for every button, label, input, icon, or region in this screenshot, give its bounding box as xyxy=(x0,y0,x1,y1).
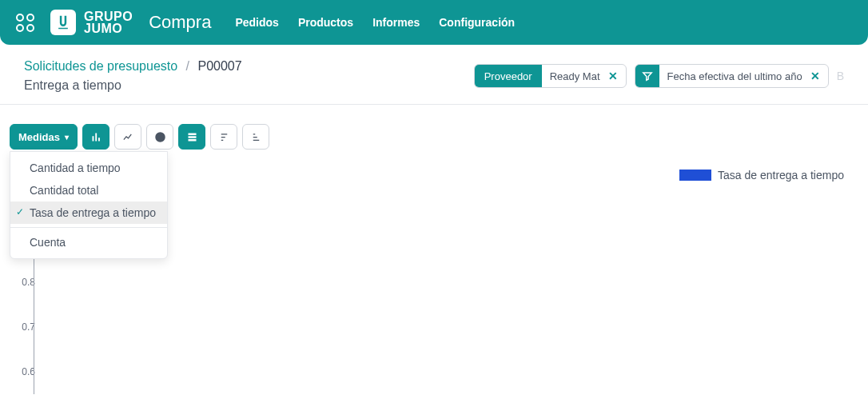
brand-logo[interactable]: GRUPO JUMO xyxy=(50,10,133,35)
bar-chart-button[interactable] xyxy=(82,124,109,150)
measure-option-tasa-entrega[interactable]: Tasa de entrega a tiempo xyxy=(10,202,167,224)
close-icon[interactable]: ✕ xyxy=(810,70,828,82)
logo-badge xyxy=(50,10,76,35)
legend-label: Tasa de entrega a tiempo xyxy=(718,169,844,182)
breadcrumb-separator: / xyxy=(186,59,189,73)
app-title: Compra xyxy=(149,12,211,33)
chevron-down-icon: ▾ xyxy=(65,133,69,142)
svg-rect-0 xyxy=(188,133,196,135)
y-tick: 0.6 xyxy=(16,349,852,394)
y-axis: 0.8 0.7 0.6 xyxy=(16,260,852,394)
y-tick: 0.7 xyxy=(16,305,852,349)
breadcrumb-current: P00007 xyxy=(197,59,241,73)
nav-pedidos[interactable]: Pedidos xyxy=(235,16,278,29)
measures-button[interactable]: Medidas ▾ xyxy=(10,124,78,150)
main-nav: Pedidos Productos Informes Configuración xyxy=(235,16,515,29)
legend-swatch xyxy=(679,170,711,181)
nav-productos[interactable]: Productos xyxy=(298,16,353,29)
breadcrumb: Solicitudes de presupuesto / P00007 xyxy=(24,59,242,74)
chart-legend: Tasa de entrega a tiempo xyxy=(679,169,844,182)
svg-rect-2 xyxy=(188,139,196,142)
measure-option-cuenta[interactable]: Cuenta xyxy=(10,231,167,253)
measures-dropdown: Cantidad a tiempo Cantidad total Tasa de… xyxy=(10,151,168,259)
measure-option-cantidad-tiempo[interactable]: Cantidad a tiempo xyxy=(10,157,167,179)
nav-configuracion[interactable]: Configuración xyxy=(439,16,515,29)
filter-tag-label: Proveedor xyxy=(475,65,542,87)
filter-bar: Proveedor Ready Mat ✕ Fecha efectiva del… xyxy=(474,59,844,88)
dropdown-divider xyxy=(10,227,167,228)
apps-icon[interactable] xyxy=(16,14,34,32)
filter-icon xyxy=(635,65,659,87)
filter-fecha[interactable]: Fecha efectiva del ultimo año ✕ xyxy=(635,64,829,88)
filter-proveedor[interactable]: Proveedor Ready Mat ✕ xyxy=(474,64,627,88)
sort-asc-button[interactable] xyxy=(242,124,269,150)
close-icon[interactable]: ✕ xyxy=(608,70,626,82)
y-tick: 0.8 xyxy=(16,260,852,305)
sort-desc-button[interactable] xyxy=(210,124,237,150)
y-axis-line xyxy=(34,255,34,394)
trailing-indicator: B xyxy=(837,70,844,82)
brand-name: GRUPO JUMO xyxy=(84,10,133,34)
svg-rect-1 xyxy=(188,136,196,138)
nav-informes[interactable]: Informes xyxy=(372,16,420,29)
filter-value: Fecha efectiva del ultimo año xyxy=(659,70,810,82)
pie-chart-button[interactable] xyxy=(146,124,173,150)
measure-option-cantidad-total[interactable]: Cantidad total xyxy=(10,179,167,202)
stacked-chart-button[interactable] xyxy=(178,124,205,150)
toolbar: Medidas ▾ Cantidad a tiempo Cantidad tot… xyxy=(0,105,868,156)
line-chart-button[interactable] xyxy=(114,124,141,150)
page-title: Entrega a tiempo xyxy=(24,78,242,93)
breadcrumb-parent[interactable]: Solicitudes de presupuesto xyxy=(24,59,177,73)
filter-value: Ready Mat xyxy=(542,70,608,82)
